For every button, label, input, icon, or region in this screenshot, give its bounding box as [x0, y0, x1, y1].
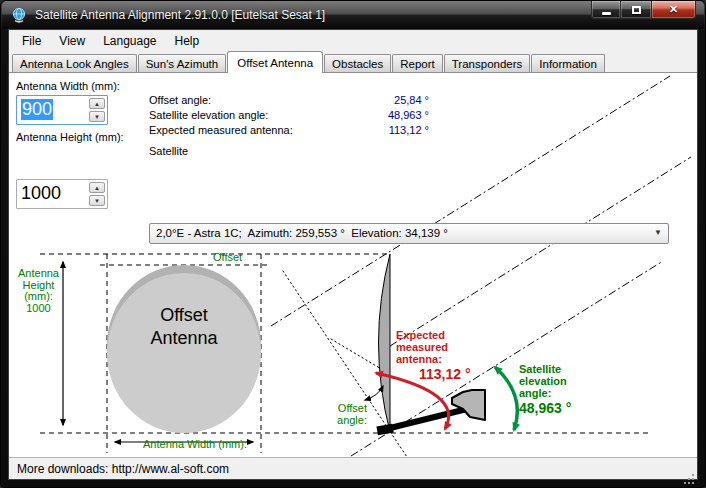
maximize-icon	[632, 6, 641, 14]
tab-antenna-look-angles[interactable]: Antenna Look Angles	[12, 54, 137, 72]
info-row: Offset angle: 25,84 °	[149, 92, 429, 107]
status-bar: More downloads: http://www.al-soft.com	[9, 457, 697, 479]
antenna-width-input[interactable]: 900 ▲ ▼	[16, 95, 108, 125]
width-spin-down-icon[interactable]: ▼	[89, 111, 105, 122]
antenna-width-label: Antenna Width (mm):	[16, 80, 120, 92]
tab-transponders[interactable]: Transponders	[444, 54, 531, 72]
width-spin-up-icon[interactable]: ▲	[89, 98, 105, 109]
satellite-elevation-label: Satellite elevation angle:	[149, 109, 344, 121]
height-spin-up-icon[interactable]: ▲	[89, 182, 105, 193]
window-title: Satellite Antenna Alignment 2.91.0.0 [Eu…	[35, 8, 325, 22]
app-window: Satellite Antenna Alignment 2.91.0.0 [Eu…	[0, 0, 706, 488]
satellite-label: Satellite	[149, 145, 188, 157]
minimize-button[interactable]	[591, 1, 621, 19]
menu-help[interactable]: Help	[166, 32, 209, 50]
satellite-dropdown[interactable]: 2,0°E - Astra 1C; Azimuth: 259,553 ° Ele…	[149, 223, 669, 244]
diagram-antenna-width-label: Antenna Width (mm):	[75, 439, 315, 451]
antenna-height-label: Antenna Height (mm):	[16, 131, 124, 143]
tab-obstacles[interactable]: Obstacles	[324, 54, 391, 72]
expected-measured-value: 113,12 °	[344, 124, 429, 136]
diagram-offset-label: Offset	[213, 252, 242, 264]
menu-view[interactable]: View	[50, 32, 94, 50]
tab-suns-azimuth[interactable]: Sun's Azimuth	[138, 54, 227, 72]
antenna-height-value: 1000	[21, 183, 61, 204]
antenna-height-input[interactable]: 1000 ▲ ▼	[16, 179, 108, 209]
menu-bar: File View Language Help	[9, 30, 697, 51]
offset-antenna-tab-page: Antenna Width (mm): 900 ▲ ▼ Antenna Heig…	[9, 73, 697, 457]
expected-measured-label: Expected measured antenna:	[149, 124, 344, 136]
tab-offset-antenna[interactable]: Offset Antenna	[227, 51, 323, 73]
height-spin-down-icon[interactable]: ▼	[89, 195, 105, 206]
resize-grip[interactable]	[692, 474, 694, 476]
diagram-expected-label: Expected measured antenna:	[396, 329, 448, 365]
antenna-width-value: 900	[21, 99, 53, 120]
menu-language[interactable]: Language	[94, 32, 165, 50]
globe-icon	[11, 7, 27, 23]
info-row: Expected measured antenna: 113,12 °	[149, 122, 429, 137]
info-row: Satellite elevation angle: 48,963 °	[149, 107, 429, 122]
diagram-elevation-label: Satellite elevation angle:	[519, 363, 567, 399]
diagram-offset-angle-label: Offset angle:	[311, 403, 367, 426]
diagram-expected-value: 113,12 °	[419, 366, 471, 382]
angle-info-panel: Offset angle: 25,84 ° Satellite elevatio…	[149, 92, 429, 137]
close-button[interactable]: ✕	[651, 1, 696, 19]
close-icon: ✕	[669, 3, 678, 16]
menu-file[interactable]: File	[13, 32, 50, 50]
diagram-dish-label: Offset Antenna	[104, 304, 264, 350]
offset-angle-label: Offset angle:	[149, 94, 344, 106]
tab-information[interactable]: Information	[531, 54, 605, 72]
diagram-elevation-value: 48,963 °	[519, 400, 571, 416]
titlebar[interactable]: Satellite Antenna Alignment 2.91.0.0 [Eu…	[2, 1, 704, 29]
status-text: More downloads: http://www.al-soft.com	[17, 462, 229, 476]
maximize-button[interactable]	[621, 1, 651, 19]
tab-strip: Antenna Look Angles Sun's Azimuth Offset…	[9, 51, 697, 73]
minimize-icon	[602, 12, 611, 15]
offset-angle-value: 25,84 °	[344, 94, 429, 106]
tab-report[interactable]: Report	[392, 54, 443, 72]
diagram-antenna-height-label: Antenna Height (mm): 1000	[9, 268, 68, 314]
satellite-elevation-value: 48,963 °	[344, 109, 429, 121]
satellite-selected-option: 2,0°E - Astra 1C; Azimuth: 259,553 ° Ele…	[156, 227, 448, 239]
chevron-down-icon: ▼	[654, 228, 662, 237]
